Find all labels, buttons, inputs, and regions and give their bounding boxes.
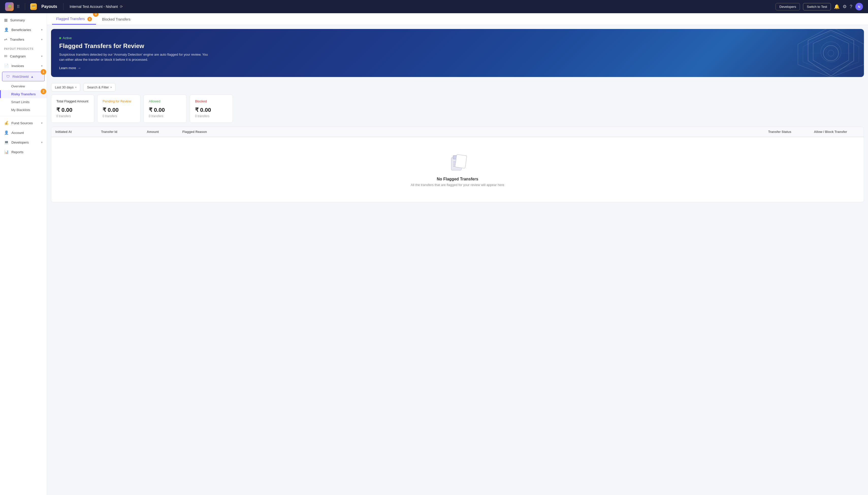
cashgram-icon: ✉ — [4, 54, 7, 58]
sidebar-sub-item-overview[interactable]: Overview — [0, 82, 47, 90]
chevron-down-icon: ▾ — [41, 141, 43, 144]
stat-sub: 0 transfers — [149, 114, 181, 118]
developers-button[interactable]: Developers — [776, 3, 800, 11]
col-flagged-reason: Flagged Reason — [182, 130, 768, 134]
svg-point-1 — [828, 50, 834, 56]
hero-title: Flagged Transfers for Review — [59, 42, 144, 50]
active-dot — [59, 37, 61, 39]
settings-icon[interactable]: ⚙ — [843, 4, 847, 10]
sidebar: ▦ Summary 👤 Beneficiaries ▾ ⇌ Transfers … — [0, 13, 47, 495]
col-transfer-status: Transfer Status — [768, 130, 814, 134]
avatar[interactable]: N — [855, 3, 863, 11]
chevron-down-icon: ▾ — [75, 86, 76, 89]
topnav: 🍀 ⠿ 💳 Payouts Internal Test Account - Ni… — [0, 0, 868, 13]
developers-icon: 💻 — [4, 140, 9, 144]
sidebar-item-label: Account — [12, 131, 24, 135]
col-amount: Amount — [147, 130, 182, 134]
chevron-down-icon: ▾ — [41, 28, 43, 32]
chevron-up-icon: ▴ — [31, 74, 33, 79]
account-icon: 👤 — [4, 130, 9, 135]
stat-label: Total Flagged Amount — [56, 99, 89, 103]
stat-value: ₹ 0.00 — [149, 107, 181, 113]
shield-decoration — [803, 29, 859, 77]
filter-row: Last 30 days ▾ Search & Filter ▾ — [47, 81, 868, 95]
sidebar-item-label: Summary — [10, 18, 25, 22]
summary-icon: ▦ — [4, 18, 7, 22]
empty-description: All the transfers that are flagged for y… — [411, 183, 504, 187]
sidebar-sub-label: Overview — [11, 84, 25, 88]
sidebar-item-beneficiaries[interactable]: 👤 Beneficiaries ▾ — [0, 25, 47, 35]
riskshield-icon: 🛡 — [6, 75, 10, 79]
tabs-bar: Flagged Transfers 3 3 Blocked Transfers — [47, 13, 868, 25]
chevron-down-icon: ▾ — [41, 55, 43, 58]
tab-blocked-transfers[interactable]: Blocked Transfers — [98, 14, 135, 25]
stat-sub: 0 transfers — [56, 114, 89, 118]
hero-learn-more-link[interactable]: Learn more → — [59, 66, 81, 70]
sidebar-sub-label: My Blacklists — [11, 108, 30, 112]
stat-value: ₹ 0.00 — [195, 107, 228, 113]
stat-card-allowed: Allowed ₹ 0.00 0 transfers — [143, 95, 187, 123]
sidebar-sub-item-my-blacklists[interactable]: My Blacklists — [0, 106, 47, 114]
app-name: Payouts — [41, 4, 57, 9]
svg-point-0 — [823, 46, 838, 61]
sidebar-item-label: Beneficiaries — [12, 28, 31, 32]
stat-card-pending-review: Pending for Review ₹ 0.00 0 transfers — [97, 95, 140, 123]
empty-state: No Flagged Transfers All the transfers t… — [51, 137, 864, 202]
sidebar-item-fund-sources[interactable]: 💰 Fund Sources ▾ — [0, 118, 47, 128]
nav-divider-1 — [25, 3, 25, 10]
sidebar-item-label: RiskShield — [13, 75, 29, 79]
svg-line-2 — [816, 40, 823, 48]
sidebar-item-developers[interactable]: 💻 Developers ▾ — [0, 137, 47, 147]
reports-icon: 📊 — [4, 150, 9, 154]
tab-flagged-transfers[interactable]: Flagged Transfers 3 — [52, 13, 96, 25]
sidebar-item-account[interactable]: 👤 Account — [0, 128, 47, 137]
search-filter-button[interactable]: Search & Filter ▾ — [83, 83, 116, 91]
sidebar-item-reports[interactable]: 📊 Reports — [0, 147, 47, 157]
annotation-2: 2 — [41, 89, 46, 94]
sidebar-item-label: Invoices — [12, 64, 24, 68]
stat-label: Allowed — [149, 99, 181, 103]
sidebar-sub-label: Risky Transfers — [11, 92, 36, 96]
col-transfer-id: Transfer Id — [101, 130, 147, 134]
stat-label: Pending for Review — [103, 99, 135, 103]
grid-icon[interactable]: ⠿ — [17, 4, 20, 9]
sidebar-item-summary[interactable]: ▦ Summary — [0, 15, 47, 25]
payout-products-label: PAYOUT PRODUCTS — [0, 44, 47, 51]
account-name: Internal Test Account - Nishant ⟳ — [70, 4, 773, 8]
col-initiated-at: Initiated At — [55, 130, 101, 134]
stat-value: ₹ 0.00 — [103, 107, 135, 113]
transfers-icon: ⇌ — [4, 37, 7, 42]
sidebar-sub-item-smart-limits[interactable]: Smart Limits — [0, 98, 47, 106]
invoices-icon: 📄 — [4, 64, 9, 68]
sidebar-item-label: Fund Sources — [12, 121, 33, 125]
stat-sub: 0 transfers — [195, 114, 228, 118]
sidebar-item-label: Transfers — [10, 38, 24, 41]
chevron-down-icon: ▾ — [41, 121, 43, 125]
beneficiaries-icon: 👤 — [4, 28, 9, 32]
col-allow-block: Allow / Block Transfer — [814, 130, 860, 134]
sidebar-item-riskshield[interactable]: 🛡 RiskShield ▴ — [2, 72, 45, 81]
hero-description: Suspicious transfers detected by our 'An… — [59, 52, 212, 62]
help-icon[interactable]: ? — [850, 4, 852, 10]
sidebar-item-label: Reports — [12, 150, 23, 154]
hero-banner: Active Flagged Transfers for Review Susp… — [51, 29, 864, 77]
logo[interactable]: 🍀 — [5, 2, 14, 11]
fund-sources-icon: 💰 — [4, 121, 9, 125]
chevron-down-icon: ▾ — [110, 86, 112, 89]
stat-label: Blocked — [195, 99, 228, 103]
switch-to-test-button[interactable]: Switch to Test — [803, 3, 831, 11]
tab-wrapper-flagged: Flagged Transfers 3 3 — [52, 13, 96, 25]
empty-title: No Flagged Transfers — [437, 177, 478, 182]
sidebar-item-cashgram[interactable]: ✉ Cashgram ▾ — [0, 51, 47, 61]
sidebar-item-transfers[interactable]: ⇌ Transfers ▾ — [0, 35, 47, 44]
date-range-filter[interactable]: Last 30 days ▾ — [51, 83, 80, 91]
refresh-icon[interactable]: ⟳ — [120, 4, 123, 8]
sidebar-item-invoices[interactable]: 📄 Invoices ▾ — [0, 61, 47, 71]
tab-badge: 3 — [87, 17, 92, 21]
topnav-actions: Developers Switch to Test 🔔 ⚙ ? N — [776, 3, 863, 11]
sidebar-sub-item-risky-transfers[interactable]: Risky Transfers — [0, 90, 47, 98]
stat-card-total-flagged: Total Flagged Amount ₹ 0.00 0 transfers — [51, 95, 94, 123]
notifications-icon[interactable]: 🔔 — [834, 4, 839, 10]
content-area: Flagged Transfers 3 3 Blocked Transfers … — [47, 13, 868, 495]
stat-value: ₹ 0.00 — [56, 107, 89, 113]
